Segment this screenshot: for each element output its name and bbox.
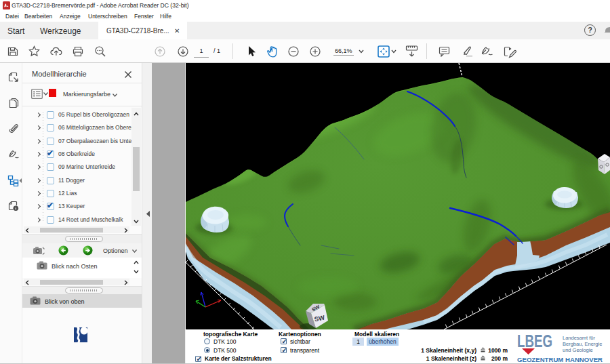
svg-text:1000 m: 1000 m bbox=[488, 347, 508, 354]
svg-text:200 m: 200 m bbox=[491, 355, 508, 362]
svg-text:1 Skaleneinheit (z): 1 Skaleneinheit (z) bbox=[426, 355, 476, 362]
svg-text:GEOZENTRUM HANNOVER: GEOZENTRUM HANNOVER bbox=[517, 357, 603, 363]
svg-text:1 Skaleneinheit (x,y): 1 Skaleneinheit (x,y) bbox=[421, 347, 476, 354]
svg-text:LBEG: LBEG bbox=[517, 332, 552, 350]
svg-text:und Geologie: und Geologie bbox=[563, 347, 593, 353]
svg-text:Bergbau, Energie: Bergbau, Energie bbox=[563, 341, 602, 347]
svg-text:Landesamt für: Landesamt für bbox=[563, 335, 595, 341]
